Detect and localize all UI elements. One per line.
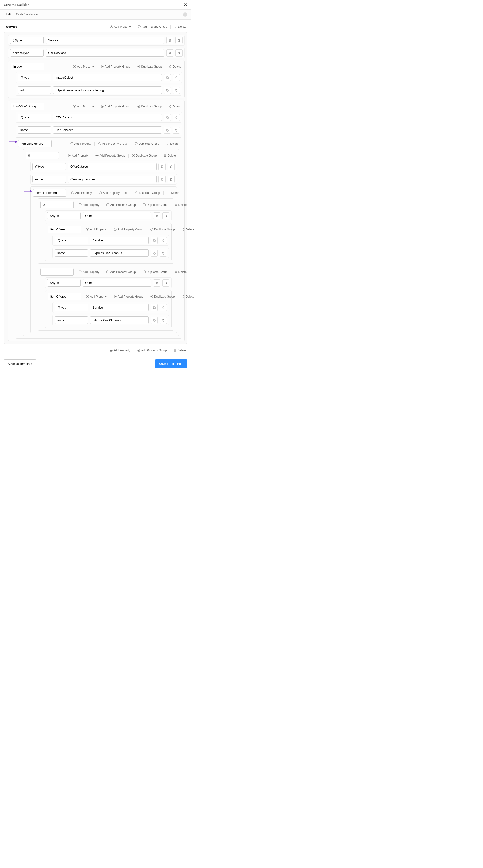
duplicate-group-button[interactable]: Duplicate Group [142,203,168,207]
property-name-input[interactable] [10,49,44,57]
delete-icon-button[interactable] [173,74,180,81]
property-value-input[interactable] [68,176,157,183]
property-name-input[interactable] [32,176,66,183]
add-property-group-button[interactable]: Add Property Group [98,191,129,195]
delete-icon-button[interactable] [175,50,183,57]
property-value-input[interactable] [83,212,151,219]
delete-icon-button[interactable] [175,37,183,44]
duplicate-icon-button[interactable] [151,317,158,324]
add-property-button[interactable]: Add Property [77,203,100,207]
delete-button[interactable]: Delete [162,154,177,158]
duplicate-group-button[interactable]: Duplicate Group [134,191,161,195]
duplicate-icon-button[interactable] [153,212,160,219]
add-property-group-button[interactable]: Add Property Group [97,142,129,146]
add-property-group-button[interactable]: Add Property Group [100,104,131,108]
delete-icon-button[interactable] [160,237,167,244]
add-property-button[interactable]: Add Property [72,104,95,108]
add-property-button[interactable]: Add Property [85,294,108,299]
add-property-button[interactable]: Add Property [109,25,132,29]
property-value-input[interactable] [53,114,162,121]
add-property-group-button[interactable]: Add Property Group [105,270,137,274]
property-name-input[interactable] [55,304,88,311]
property-value-input[interactable] [90,249,149,257]
duplicate-icon-button[interactable] [153,279,160,286]
property-name-input[interactable] [55,249,88,257]
duplicate-icon-button[interactable] [158,163,166,170]
delete-icon-button[interactable] [160,317,167,324]
property-value-input[interactable] [83,279,151,286]
add-property-button[interactable]: Add Property [85,227,108,231]
tab-edit[interactable]: Edit [4,9,13,19]
property-value-input[interactable] [45,49,164,57]
delete-button[interactable]: Delete [181,294,195,299]
group-name-input[interactable] [18,140,52,147]
save-post-button[interactable]: Save for this Post [155,360,187,368]
property-value-input[interactable] [53,87,162,94]
group-name-input[interactable] [40,201,74,209]
delete-icon-button[interactable] [173,87,180,94]
delete-icon-button[interactable] [173,127,180,134]
property-name-input[interactable] [47,212,80,219]
delete-button[interactable]: Delete [168,104,182,108]
property-name-input[interactable] [18,126,51,134]
delete-icon-button[interactable] [162,279,169,286]
duplicate-icon-button[interactable] [164,114,171,121]
info-icon[interactable]: i [183,12,187,17]
duplicate-group-button[interactable]: Duplicate Group [134,142,160,146]
duplicate-group-button[interactable]: Duplicate Group [131,154,158,158]
property-value-input[interactable] [45,36,164,44]
property-value-input[interactable] [68,163,157,170]
group-name-input[interactable] [26,152,59,159]
add-property-group-button[interactable]: Add Property Group [137,25,168,29]
delete-button[interactable]: Delete [166,191,181,195]
delete-icon-button[interactable] [160,250,167,257]
property-value-input[interactable] [90,316,149,324]
add-property-button[interactable]: Add Property [69,142,92,146]
delete-button[interactable]: Delete [168,64,182,69]
add-property-button[interactable]: Add Property [108,348,131,352]
delete-icon-button[interactable] [173,114,180,121]
delete-button[interactable]: Delete [173,270,188,274]
duplicate-icon-button[interactable] [164,127,171,134]
duplicate-group-button[interactable]: Duplicate Group [136,104,163,108]
delete-icon-button[interactable] [167,163,175,170]
add-property-group-button[interactable]: Add Property Group [100,64,131,69]
save-template-button[interactable]: Save as Template [4,360,36,368]
duplicate-group-button[interactable]: Duplicate Group [142,270,168,274]
property-value-input[interactable] [53,74,162,81]
duplicate-icon-button[interactable] [151,250,158,257]
add-property-button[interactable]: Add Property [70,191,93,195]
property-value-input[interactable] [53,126,162,134]
duplicate-group-button[interactable]: Duplicate Group [149,227,176,231]
group-name-input[interactable] [48,293,81,300]
group-name-input[interactable] [11,103,44,110]
duplicate-icon-button[interactable] [158,176,166,183]
property-name-input[interactable] [55,237,88,244]
delete-icon-button[interactable] [160,304,167,311]
add-property-group-button[interactable]: Add Property Group [105,203,137,207]
duplicate-icon-button[interactable] [151,237,158,244]
add-property-button[interactable]: Add Property [72,64,95,69]
property-value-input[interactable] [90,304,149,311]
duplicate-icon-button[interactable] [164,87,171,94]
add-property-group-button[interactable]: Add Property Group [136,348,168,352]
tab-code-validation[interactable]: Code Validation [13,9,40,19]
add-property-button[interactable]: Add Property [77,270,100,274]
add-property-group-button[interactable]: Add Property Group [112,227,144,231]
add-property-group-button[interactable]: Add Property Group [112,294,144,299]
property-value-input[interactable] [90,237,149,244]
delete-button[interactable]: Delete [172,348,187,352]
duplicate-group-button[interactable]: Duplicate Group [149,294,176,299]
property-name-input[interactable] [18,74,51,81]
group-name-input[interactable] [48,226,81,233]
property-name-input[interactable] [32,163,66,170]
duplicate-icon-button[interactable] [166,50,173,57]
property-name-input[interactable] [47,279,80,286]
group-name-input[interactable] [40,268,74,276]
delete-button[interactable]: Delete [173,25,187,29]
add-property-button[interactable]: Add Property [67,154,90,158]
delete-icon-button[interactable] [167,176,175,183]
delete-button[interactable]: Delete [173,203,188,207]
add-property-group-button[interactable]: Add Property Group [95,154,126,158]
delete-icon-button[interactable] [162,212,169,219]
